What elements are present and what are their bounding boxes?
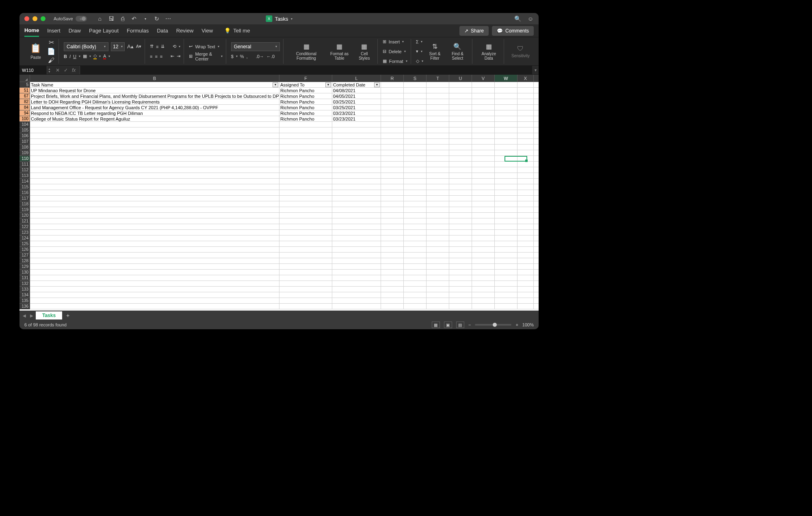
clear-icon[interactable]: ◇ bbox=[416, 58, 419, 64]
cell[interactable] bbox=[449, 167, 472, 173]
fill-color-button[interactable]: ◇ bbox=[93, 53, 97, 59]
cell[interactable]: 04/05/2021 bbox=[332, 93, 381, 99]
maximize-window[interactable] bbox=[41, 16, 45, 21]
row-header[interactable]: 5 bbox=[19, 82, 30, 88]
cell[interactable] bbox=[381, 275, 404, 281]
cell[interactable] bbox=[518, 270, 534, 275]
cell[interactable] bbox=[279, 241, 332, 246]
cell[interactable] bbox=[427, 224, 449, 229]
cell[interactable] bbox=[30, 292, 279, 298]
cell[interactable] bbox=[381, 82, 404, 87]
cell[interactable] bbox=[404, 270, 427, 275]
cell[interactable] bbox=[279, 150, 332, 155]
cell[interactable] bbox=[495, 116, 518, 121]
cell[interactable] bbox=[449, 127, 472, 133]
row-header[interactable]: 84 bbox=[19, 105, 30, 110]
cell[interactable] bbox=[332, 230, 381, 235]
cell[interactable] bbox=[381, 270, 404, 275]
cell[interactable] bbox=[427, 207, 449, 212]
cell[interactable] bbox=[518, 241, 534, 246]
row-header[interactable]: 121 bbox=[19, 218, 30, 224]
row-header[interactable]: 100 bbox=[19, 116, 30, 122]
cell[interactable] bbox=[30, 201, 279, 207]
cell[interactable] bbox=[495, 133, 518, 138]
col-header-V[interactable]: V bbox=[472, 75, 495, 82]
cell[interactable] bbox=[381, 241, 404, 246]
name-box-down[interactable]: ▼ bbox=[48, 70, 51, 73]
cell[interactable] bbox=[449, 93, 472, 99]
cell[interactable] bbox=[449, 264, 472, 269]
wrap-text-button[interactable]: ↩ Wrap Text▾ bbox=[189, 42, 222, 51]
cell[interactable] bbox=[381, 145, 404, 150]
cells-area[interactable]: Task Name▾Assigned To▾Completed Date▾UP … bbox=[30, 82, 539, 311]
cell[interactable] bbox=[427, 105, 449, 110]
more-icon[interactable]: ⋯ bbox=[165, 15, 171, 22]
cell[interactable] bbox=[449, 88, 472, 93]
cell[interactable] bbox=[404, 116, 427, 121]
cell[interactable] bbox=[518, 105, 534, 110]
cell[interactable] bbox=[404, 110, 427, 116]
cell[interactable] bbox=[30, 218, 279, 224]
increase-decimal-icon[interactable]: .0→ bbox=[256, 54, 264, 59]
cell[interactable] bbox=[30, 145, 279, 150]
cell[interactable] bbox=[381, 190, 404, 195]
cell[interactable] bbox=[332, 258, 381, 263]
cell[interactable] bbox=[472, 105, 495, 110]
cell[interactable] bbox=[449, 275, 472, 281]
cell[interactable] bbox=[518, 247, 534, 252]
cell[interactable] bbox=[332, 270, 381, 275]
cell[interactable] bbox=[472, 270, 495, 275]
row-header[interactable]: 120 bbox=[19, 213, 30, 218]
undo-dropdown[interactable]: ▾ bbox=[142, 15, 149, 22]
cell[interactable] bbox=[381, 201, 404, 207]
row-header[interactable]: 104 bbox=[19, 122, 30, 127]
currency-icon[interactable]: $ bbox=[231, 54, 234, 59]
cell[interactable] bbox=[495, 139, 518, 144]
search-icon[interactable]: 🔍 bbox=[514, 15, 521, 22]
conditional-formatting-button[interactable]: ▦ Conditional Formatting bbox=[288, 41, 325, 62]
cell[interactable] bbox=[381, 110, 404, 116]
cell[interactable] bbox=[404, 133, 427, 138]
cell[interactable] bbox=[472, 93, 495, 99]
cell[interactable] bbox=[30, 184, 279, 190]
cell[interactable] bbox=[518, 184, 534, 190]
cell[interactable] bbox=[518, 298, 534, 303]
cell[interactable]: Richmon Pancho bbox=[279, 93, 332, 99]
align-middle-icon[interactable]: ≡ bbox=[156, 44, 158, 49]
tab-home[interactable]: Home bbox=[24, 25, 39, 37]
cell[interactable] bbox=[332, 133, 381, 138]
cell[interactable] bbox=[404, 173, 427, 178]
cell[interactable] bbox=[449, 179, 472, 184]
cell[interactable] bbox=[30, 230, 279, 235]
cell[interactable]: Completed Date▾ bbox=[332, 82, 381, 87]
cell[interactable] bbox=[381, 207, 404, 212]
cell[interactable] bbox=[404, 190, 427, 195]
autosave-switch[interactable]: OFF bbox=[76, 16, 87, 22]
cell[interactable] bbox=[472, 156, 495, 161]
cancel-formula-icon[interactable]: ✕ bbox=[56, 67, 60, 73]
fx-icon[interactable]: fx bbox=[72, 67, 76, 73]
find-select-button[interactable]: 🔍 Find & Select bbox=[446, 41, 468, 62]
cell[interactable] bbox=[495, 292, 518, 298]
cell[interactable] bbox=[404, 264, 427, 269]
cell[interactable] bbox=[518, 133, 534, 138]
format-as-table-button[interactable]: ▦ Format as Table bbox=[326, 41, 353, 62]
cell[interactable] bbox=[449, 196, 472, 201]
cell[interactable] bbox=[332, 264, 381, 269]
cell[interactable] bbox=[427, 213, 449, 218]
cell[interactable] bbox=[427, 247, 449, 252]
col-header-S[interactable]: S bbox=[404, 75, 427, 82]
cell[interactable] bbox=[404, 99, 427, 104]
cell[interactable] bbox=[472, 184, 495, 190]
row-header[interactable]: 116 bbox=[19, 190, 30, 196]
cell[interactable] bbox=[472, 292, 495, 298]
cell[interactable] bbox=[427, 190, 449, 195]
tell-me[interactable]: 💡 Tell me bbox=[224, 28, 250, 34]
cell[interactable] bbox=[518, 213, 534, 218]
cell[interactable] bbox=[279, 275, 332, 281]
cell[interactable] bbox=[472, 190, 495, 195]
cell[interactable] bbox=[518, 258, 534, 263]
cell[interactable] bbox=[279, 201, 332, 207]
cell[interactable] bbox=[279, 133, 332, 138]
cell[interactable] bbox=[279, 224, 332, 229]
